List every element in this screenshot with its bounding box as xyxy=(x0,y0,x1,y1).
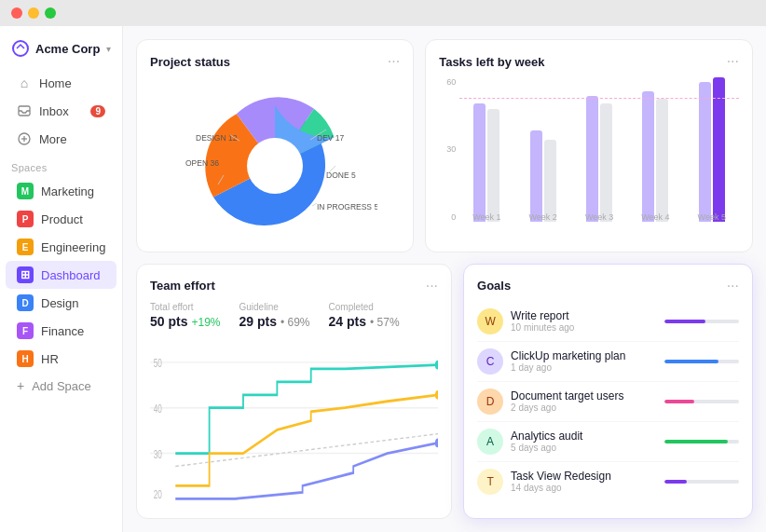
tasks-left-menu[interactable]: ··· xyxy=(727,53,739,70)
sidebar-item-label: Design xyxy=(41,296,78,310)
progress-fill-3 xyxy=(664,440,728,443)
completed-dot xyxy=(435,438,438,447)
bars-group: Week 1 Week 2 xyxy=(459,77,739,239)
goal-info-2: Document target users 2 days ago xyxy=(511,389,657,413)
goal-info-3: Analytics audit 5 days ago xyxy=(511,430,657,453)
stat-completed-extra: • 57% xyxy=(370,316,400,329)
sidebar-item-design[interactable]: D Design xyxy=(6,289,116,317)
nav-inbox[interactable]: Inbox 9 xyxy=(6,97,116,125)
svg-text:30: 30 xyxy=(154,447,162,460)
stat-guideline: Guideline 29 pts • 69% xyxy=(239,302,310,329)
svg-text:20: 20 xyxy=(154,487,162,500)
progress-fill-2 xyxy=(664,400,694,403)
brand-name: Acme Corp xyxy=(35,42,100,56)
progress-bg-0 xyxy=(664,320,739,323)
goal-time-3: 5 days ago xyxy=(511,443,657,453)
week4-label: Week 4 xyxy=(641,212,669,222)
goal-name-1: ClickUp marketing plan xyxy=(511,349,657,362)
goal-item-3: A Analytics audit 5 days ago xyxy=(477,422,739,462)
finance-dot: F xyxy=(17,322,34,339)
sidebar-item-hr[interactable]: H HR xyxy=(6,345,116,373)
week4-bar2 xyxy=(656,99,668,221)
total-effort-line xyxy=(175,364,438,453)
home-icon: ⌂ xyxy=(17,75,32,90)
y-label-0: 0 xyxy=(439,212,456,222)
project-status-menu[interactable]: ··· xyxy=(388,53,400,70)
y-label-60: 60 xyxy=(439,77,456,87)
sidebar-item-engineering[interactable]: E Engineering xyxy=(6,233,116,261)
nav-home-label: Home xyxy=(39,76,72,90)
goal-progress-4 xyxy=(664,480,739,484)
pie-chart: DEV 17 DONE 5 IN PROGRESS 5 OPEN 36 DESI… xyxy=(172,77,377,245)
add-space-button[interactable]: + Add Space xyxy=(6,373,116,399)
stat-total: Total effort 50 pts +19% xyxy=(150,302,221,329)
spaces-section-label: Spaces xyxy=(0,153,122,177)
more-icon xyxy=(17,131,32,146)
goal-name-2: Document target users xyxy=(511,389,657,402)
sidebar-item-label: Finance xyxy=(41,324,84,338)
goal-item-1: C ClickUp marketing plan 1 day ago xyxy=(477,342,739,382)
goals-menu[interactable]: ··· xyxy=(727,278,739,294)
sidebar-item-label: Engineering xyxy=(41,240,105,254)
minimize-button[interactable] xyxy=(28,7,39,19)
brand-item[interactable]: Acme Corp ▾ xyxy=(0,35,122,69)
goal-name-0: Write report xyxy=(511,309,657,322)
progress-bg-4 xyxy=(664,480,739,484)
sidebar-item-label: Marketing xyxy=(41,184,94,198)
week2-bar1 xyxy=(530,130,542,221)
goal-avatar-3: A xyxy=(477,429,503,455)
plus-icon: + xyxy=(17,378,24,393)
y-axis: 60 30 0 xyxy=(439,77,456,239)
line-chart-container: 50 40 30 20 xyxy=(150,336,438,505)
tasks-left-card: Tasks left by week ··· 60 30 0 xyxy=(425,39,753,252)
maximize-button[interactable] xyxy=(45,7,56,19)
week1-bar1 xyxy=(473,103,486,222)
goals-header: Goals ··· xyxy=(477,278,739,294)
label-open: OPEN 36 xyxy=(185,158,219,168)
goal-avatar-0: W xyxy=(477,308,503,334)
inbox-badge: 9 xyxy=(90,105,105,117)
close-button[interactable] xyxy=(11,7,22,19)
product-dot: P xyxy=(17,211,34,227)
bars-area: Week 1 Week 2 xyxy=(459,77,739,239)
goal-time-2: 2 days ago xyxy=(511,402,657,413)
dashboard-dot: ⊞ xyxy=(17,266,34,283)
svg-point-0 xyxy=(13,41,28,56)
add-space-label: Add Space xyxy=(32,379,91,393)
inbox-icon xyxy=(17,103,32,118)
sidebar-item-finance[interactable]: F Finance xyxy=(6,317,116,345)
stat-guideline-label: Guideline xyxy=(239,302,310,312)
sidebar-item-label: HR xyxy=(41,352,59,366)
project-status-title: Project status xyxy=(150,55,230,69)
goal-progress-3 xyxy=(664,440,739,443)
nav-more[interactable]: More xyxy=(6,125,116,153)
week1-label: Week 1 xyxy=(472,212,500,222)
nav-home[interactable]: ⌂ Home xyxy=(6,69,116,97)
sidebar-item-marketing[interactable]: M Marketing xyxy=(6,177,116,205)
svg-text:50: 50 xyxy=(154,356,162,369)
week1-bar2 xyxy=(487,109,499,222)
sidebar-item-label: Product xyxy=(41,212,83,226)
goal-name-4: Task View Redesign xyxy=(511,470,657,483)
bottom-row: Team effort ··· Total effort 50 pts +19%… xyxy=(136,264,753,519)
dashed-reference-line xyxy=(459,98,739,99)
goal-item-2: D Document target users 2 days ago xyxy=(477,382,739,422)
sidebar-item-dashboard[interactable]: ⊞ Dashboard xyxy=(6,261,116,289)
goal-info-0: Write report 10 minutes ago xyxy=(511,309,657,333)
stat-guideline-extra: • 69% xyxy=(280,316,310,329)
sidebar-item-product[interactable]: P Product xyxy=(6,205,116,233)
label-design: DESIGN 12 xyxy=(196,133,238,143)
team-effort-title: Team effort xyxy=(150,279,215,293)
goal-time-4: 14 days ago xyxy=(511,483,657,493)
goal-item-4: T Task View Redesign 14 days ago xyxy=(477,462,739,501)
stat-total-label: Total effort xyxy=(150,302,221,312)
goal-info-4: Task View Redesign 14 days ago xyxy=(511,470,657,493)
progress-fill-0 xyxy=(664,320,705,323)
stat-completed-value: 24 pts xyxy=(329,314,366,329)
progress-bg-3 xyxy=(664,440,739,443)
tasks-left-title: Tasks left by week xyxy=(439,55,544,69)
team-effort-card: Team effort ··· Total effort 50 pts +19%… xyxy=(136,264,452,519)
bar-chart-wrapper: 60 30 0 xyxy=(439,77,739,239)
week5-bar1 xyxy=(699,82,711,222)
team-effort-menu[interactable]: ··· xyxy=(426,278,438,294)
